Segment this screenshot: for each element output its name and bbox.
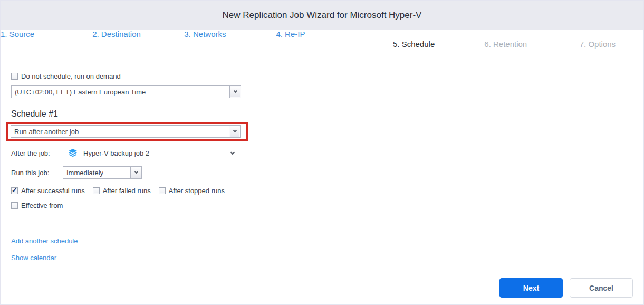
dropdown-arrow-icon[interactable]: [229, 126, 240, 137]
run-this-job-select-value: Immediately: [63, 169, 103, 177]
do-not-schedule-checkbox[interactable]: Do not schedule, run on demand: [11, 72, 633, 80]
chevron-down-icon: [233, 129, 236, 132]
checkbox-icon[interactable]: [11, 202, 18, 209]
schedule-type-select[interactable]: Run after another job: [11, 125, 241, 138]
tab-retention: 6. Retention: [460, 30, 552, 59]
tab-options: 7. Options: [552, 30, 643, 59]
wizard-header: New Replication Job Wizard for Microsoft…: [1, 1, 643, 30]
chevron-down-icon: [233, 89, 237, 93]
chevron-down-icon: [230, 150, 235, 154]
dropdown-arrow-icon[interactable]: [130, 167, 141, 178]
after-successful-runs-label: After successful runs: [21, 187, 85, 195]
timezone-select-value: (UTC+02:00, EET) Eastern European Time: [12, 88, 146, 96]
after-job-select-value: Hyper-V backup job 2: [83, 149, 149, 157]
tab-schedule[interactable]: 5. Schedule: [368, 30, 460, 59]
after-job-label: After the job:: [11, 149, 63, 157]
schedule-panel: Do not schedule, run on demand (UTC+02:0…: [1, 59, 643, 262]
after-job-select[interactable]: Hyper-V backup job 2: [63, 146, 241, 160]
chevron-down-icon: [134, 170, 138, 174]
add-another-schedule-link[interactable]: Add another schedule: [11, 237, 78, 245]
tab-source[interactable]: 1. Source: [1, 30, 92, 59]
run-this-job-select[interactable]: Immediately: [63, 166, 142, 179]
tab-networks[interactable]: 3. Networks: [184, 30, 276, 59]
tab-re-ip[interactable]: 4. Re-IP: [276, 30, 368, 59]
after-successful-runs-checkbox[interactable]: After successful runs: [11, 187, 85, 195]
checkbox-icon[interactable]: [159, 187, 166, 194]
tab-destination[interactable]: 2. Destination: [92, 30, 184, 59]
after-stopped-runs-label: After stopped runs: [169, 187, 225, 195]
effective-from-checkbox[interactable]: Effective from: [11, 202, 633, 209]
schedule-heading: Schedule #1: [11, 109, 633, 119]
effective-from-label: Effective from: [21, 202, 63, 209]
schedule-type-select-value: Run after another job: [11, 128, 79, 136]
run-this-job-row: Run this job: Immediately: [11, 166, 633, 179]
checkbox-icon[interactable]: [11, 73, 18, 80]
do-not-schedule-label: Do not schedule, run on demand: [21, 72, 121, 80]
run-conditions-row: After successful runs After failed runs …: [11, 187, 633, 195]
wizard-footer: Next Cancel: [499, 278, 633, 298]
after-failed-runs-label: After failed runs: [103, 187, 151, 195]
timezone-select[interactable]: (UTC+02:00, EET) Eastern European Time: [11, 85, 241, 98]
after-failed-runs-checkbox[interactable]: After failed runs: [93, 187, 151, 195]
run-this-job-label: Run this job:: [11, 169, 63, 177]
wizard-window: New Replication Job Wizard for Microsoft…: [0, 0, 644, 305]
highlight-box: Run after another job: [6, 122, 248, 141]
job-stack-icon: [68, 148, 78, 158]
checkbox-icon[interactable]: [93, 187, 100, 194]
next-button[interactable]: Next: [499, 278, 563, 298]
checkbox-icon[interactable]: [11, 187, 18, 194]
cancel-button[interactable]: Cancel: [570, 278, 633, 298]
page-title: New Replication Job Wizard for Microsoft…: [223, 10, 422, 21]
wizard-step-tabs: 1. Source 2. Destination 3. Networks 4. …: [1, 30, 643, 59]
after-stopped-runs-checkbox[interactable]: After stopped runs: [159, 187, 225, 195]
dropdown-arrow-icon[interactable]: [229, 86, 241, 98]
show-calendar-link[interactable]: Show calendar: [11, 254, 56, 262]
after-job-row: After the job: Hyper-V backup job 2: [11, 146, 633, 160]
